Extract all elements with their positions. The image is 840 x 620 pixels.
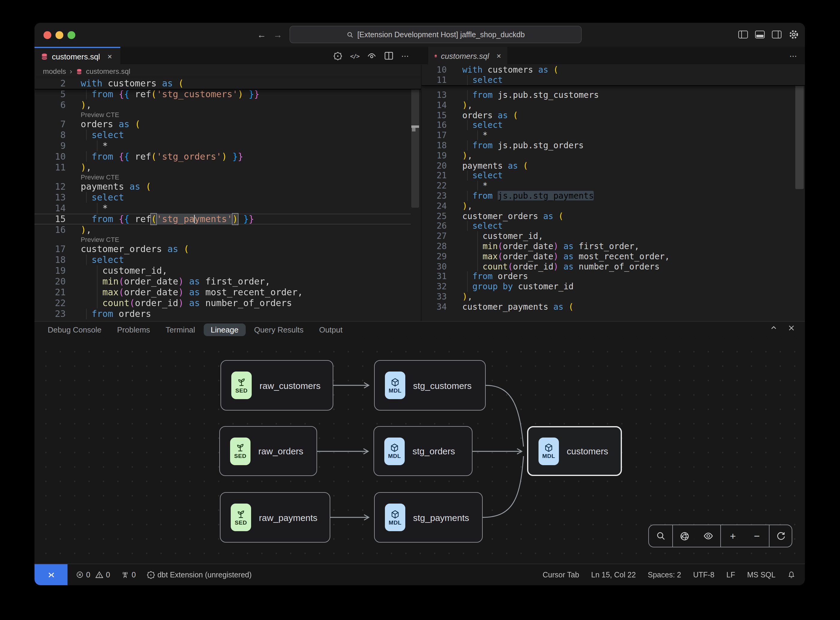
codelens-preview-cte[interactable]: Preview CTE: [35, 110, 421, 119]
code-line-15[interactable]: 15 from {{ ref('stg_payments') }}: [35, 214, 411, 224]
code-line-25[interactable]: 25customer_orders as (: [421, 211, 795, 221]
toggle-panel-icon[interactable]: [755, 31, 765, 38]
status-item-ln-15-col-22[interactable]: Ln 15, Col 22: [591, 570, 636, 579]
code-line-11[interactable]: 11 select: [421, 75, 795, 85]
maximize-window-button[interactable]: [68, 31, 75, 39]
code-line-10[interactable]: 10with customers as (: [421, 65, 795, 75]
lineage-node-customers[interactable]: MDLcustomers: [527, 426, 622, 476]
code-line-34[interactable]: 34customer_payments as (: [421, 302, 795, 312]
status-item-utf-8[interactable]: UTF-8: [693, 570, 714, 579]
code-line-19[interactable]: 19 customer_id,: [35, 265, 411, 276]
panel-tab-lineage[interactable]: Lineage: [203, 324, 246, 336]
code-line-17[interactable]: 17 *: [421, 130, 795, 140]
code-line-21[interactable]: 21 select: [421, 171, 795, 181]
sticky-scroll-left[interactable]: 2with customers as (: [35, 78, 421, 89]
panel-tab-query-results[interactable]: Query Results: [254, 325, 304, 334]
breadcrumb[interactable]: models › customers.sql: [35, 65, 421, 78]
code-line-26[interactable]: 26 select: [421, 221, 795, 232]
code-line-18[interactable]: 18 from js.pub.stg_orders: [421, 140, 795, 150]
code-line-21[interactable]: 21 max(order_date) as most_recent_order,: [35, 287, 411, 298]
code-line-6[interactable]: 6),: [35, 99, 411, 110]
close-tab-icon[interactable]: ✕: [496, 53, 501, 59]
code-line-24[interactable]: 24),: [421, 201, 795, 211]
toggle-secondary-sidebar-icon[interactable]: [772, 31, 781, 38]
code-line-11[interactable]: 11),: [35, 162, 411, 173]
panel-chevron-up-icon[interactable]: [769, 324, 778, 332]
codelens-preview-cte[interactable]: Preview CTE: [35, 235, 421, 244]
lineage-node-stg_payments[interactable]: MDLstg_payments: [374, 492, 483, 543]
lineage-node-raw_customers[interactable]: SEDraw_customers: [221, 360, 333, 411]
code-line-32[interactable]: 32 group by customer_id: [421, 281, 795, 292]
code-line-22[interactable]: 22 *: [421, 181, 795, 191]
panel-close-icon[interactable]: [787, 324, 795, 332]
code-line-10[interactable]: 10 from {{ ref('stg_orders') }}: [35, 151, 411, 162]
dbt-icon[interactable]: [333, 51, 342, 60]
code-line-16[interactable]: 16),: [35, 224, 411, 235]
problems-status[interactable]: 0 0: [76, 570, 110, 579]
compile-sql-icon[interactable]: </>: [350, 53, 359, 59]
code-line-22[interactable]: 22 count(order_id) as number_of_orders: [35, 298, 411, 308]
code-line-8[interactable]: 8 select: [35, 129, 411, 140]
minimize-window-button[interactable]: [56, 31, 63, 39]
more-actions-icon[interactable]: ⋯: [401, 51, 410, 60]
breadcrumb-folder[interactable]: models: [43, 67, 66, 76]
code-line-5[interactable]: 5 from {{ ref('stg_customers') }}: [35, 89, 411, 99]
code-line-20[interactable]: 20 min(order_date) as first_order,: [35, 276, 411, 287]
code-line-15[interactable]: 15orders as (: [421, 110, 795, 120]
code-line-13[interactable]: 13 select: [35, 192, 411, 203]
code-line-33[interactable]: 33),: [421, 292, 795, 302]
code-line-27[interactable]: 27 customer_id,: [421, 231, 795, 241]
preview-eye-icon[interactable]: [367, 51, 377, 60]
code-line-14[interactable]: 14),: [421, 100, 795, 110]
code-line-13[interactable]: 13 from js.pub.stg_customers: [421, 90, 795, 100]
ports-status[interactable]: 0: [121, 570, 136, 579]
editor-right[interactable]: 10with customers as (11 select 13 from j…: [421, 65, 805, 321]
code-line-20[interactable]: 20payments as (: [421, 161, 795, 171]
lineage-node-raw_payments[interactable]: SEDraw_payments: [220, 492, 330, 543]
dbt-extension-status[interactable]: dbt Extension (unregistered): [147, 570, 252, 579]
zoom-out-icon[interactable]: −: [754, 531, 760, 541]
refresh-icon[interactable]: [776, 531, 785, 541]
code-line-2[interactable]: 2with customers as (: [35, 78, 411, 89]
tab-customers-sql-left[interactable]: customers.sql ✕: [35, 47, 120, 65]
command-center-search[interactable]: [Extension Development Host] jaffle_shop…: [290, 26, 582, 43]
panel-tab-debug-console[interactable]: Debug Console: [48, 325, 101, 334]
code-line-9[interactable]: 9 *: [35, 140, 411, 151]
remote-indicator[interactable]: [35, 564, 68, 585]
toggle-primary-sidebar-icon[interactable]: [738, 31, 748, 38]
breadcrumb-file[interactable]: customers.sql: [86, 67, 130, 76]
lineage-node-raw_orders[interactable]: SEDraw_orders: [219, 426, 317, 476]
close-tab-icon[interactable]: ✕: [107, 53, 112, 60]
close-window-button[interactable]: [44, 31, 51, 39]
scrollbar-right-editor[interactable]: [795, 75, 804, 189]
panel-tab-problems[interactable]: Problems: [117, 325, 150, 334]
status-item-lf[interactable]: LF: [726, 570, 735, 579]
tab-customers-sql-right[interactable]: customers.sql ✕: [428, 47, 507, 65]
panel-tab-terminal[interactable]: Terminal: [165, 325, 195, 334]
forward-arrow-icon[interactable]: →: [273, 29, 282, 40]
status-item-ms-sql[interactable]: MS SQL: [747, 570, 776, 579]
back-arrow-icon[interactable]: ←: [257, 29, 266, 40]
lineage-node-stg_orders[interactable]: MDLstg_orders: [374, 426, 472, 476]
search-icon[interactable]: [656, 531, 666, 541]
code-line-28[interactable]: 28 min(order_date) as first_order,: [421, 241, 795, 251]
lineage-node-stg_customers[interactable]: MDLstg_customers: [374, 360, 486, 411]
code-line-14[interactable]: 14 *: [35, 203, 411, 214]
eye-icon[interactable]: [703, 531, 714, 541]
sticky-scroll-right[interactable]: 10with customers as (11 select: [421, 65, 805, 86]
code-line-29[interactable]: 29 max(order_date) as most_recent_order,: [421, 251, 795, 262]
status-item-spaces-2[interactable]: Spaces: 2: [648, 570, 681, 579]
codelens-preview-cte[interactable]: Preview CTE: [35, 173, 421, 181]
code-line-23[interactable]: 23 from orders: [35, 308, 411, 319]
aperture-icon[interactable]: [679, 531, 690, 541]
editor-left[interactable]: models › customers.sql 2with customers a…: [35, 65, 421, 321]
code-line-16[interactable]: 16 select: [421, 120, 795, 131]
code-line-23[interactable]: 23 from js.pub.stg_payments: [421, 191, 795, 201]
code-line-19[interactable]: 19),: [421, 150, 795, 161]
split-editor-icon[interactable]: [384, 52, 393, 60]
status-item-cursor-tab[interactable]: Cursor Tab: [543, 570, 579, 579]
code-line-12[interactable]: 12payments as (: [35, 181, 411, 192]
code-line-18[interactable]: 18 select: [35, 254, 411, 265]
code-line-31[interactable]: 31 from orders: [421, 272, 795, 282]
panel-tab-output[interactable]: Output: [319, 325, 343, 334]
